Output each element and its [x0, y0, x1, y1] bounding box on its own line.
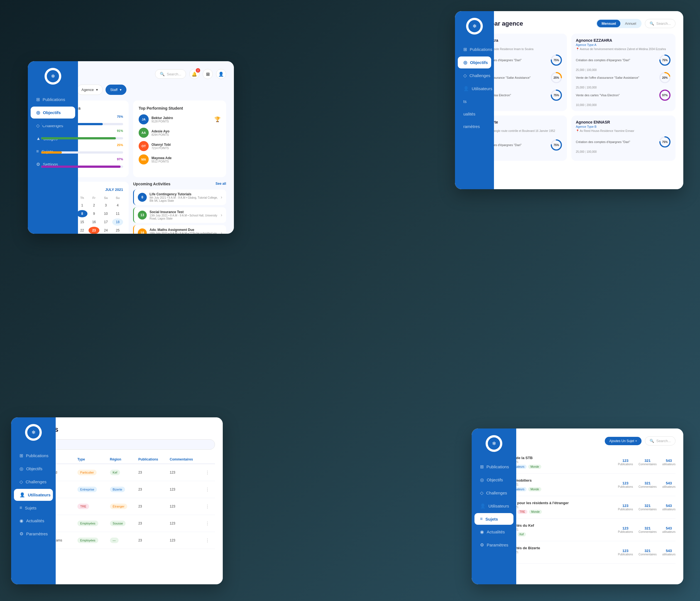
sidebar-item-settings[interactable]: ⚙ Settings	[31, 158, 75, 170]
sidebar-item-ualites[interactable]: ualités	[458, 108, 491, 120]
agence-type: Agence Type B	[576, 125, 671, 128]
cal-day[interactable]: 10	[101, 210, 111, 217]
sidebar-item-utilisateurs[interactable]: 👤 Utilisateurs	[14, 489, 53, 501]
sidebar-item-objectifs[interactable]: ◎ Objectifs	[31, 107, 75, 119]
tab-mensuel[interactable]: Mensuel	[597, 20, 620, 27]
label: Actualités	[26, 518, 44, 523]
cal-day[interactable]: 8	[77, 210, 88, 217]
cal-day[interactable]: 25	[112, 227, 123, 234]
user-more-cell[interactable]: ⋮	[202, 532, 215, 549]
sidebar-item-sujets[interactable]: ≡ Sujets	[14, 502, 53, 514]
sidebar-item-challenges[interactable]: ◇ Challenges	[458, 70, 491, 81]
sidebar-item-parametres[interactable]: ⚙ Paramètres	[14, 528, 53, 540]
sidebar-item-publications[interactable]: ⊞ Publications	[458, 44, 491, 55]
sidebar-item-challenges[interactable]: ◇ Challenges	[474, 487, 514, 499]
user-publications-cell: 23	[135, 481, 167, 498]
logo: ❄	[45, 68, 61, 85]
more-button[interactable]: ⋮	[205, 521, 210, 526]
cal-day[interactable]: 11	[112, 210, 123, 217]
user-commentaires-cell: 123	[167, 515, 202, 532]
more-button[interactable]: ⋮	[205, 470, 210, 475]
obj-icon: ◎	[463, 60, 467, 65]
sidebar-item-publications[interactable]: ⊞ Publications	[14, 450, 53, 462]
sidebar-item-sujets[interactable]: ≡ Sujets	[474, 513, 514, 525]
sidebar-item-objectifs[interactable]: ◎ Objectifs	[474, 474, 514, 486]
sidebar-item-rametres[interactable]: ramètres	[458, 121, 491, 132]
user-more-cell[interactable]: ⋮	[202, 481, 215, 498]
cal-day[interactable]: 18	[112, 218, 123, 226]
sidebar-item-actualites-s[interactable]: ◉ Actualités	[474, 526, 514, 538]
staff-dropdown[interactable]: Staff ▾	[105, 85, 127, 95]
util-icon: 👤	[480, 503, 485, 508]
user-more-cell[interactable]: ⋮	[202, 464, 215, 481]
see-all-link[interactable]: See all	[216, 182, 226, 186]
col-publications: Publications	[135, 455, 167, 464]
cal-day[interactable]: 2	[89, 202, 99, 209]
search-icon: 🔍	[160, 72, 165, 76]
cal-day[interactable]: 15	[77, 218, 88, 226]
profile-button[interactable]: 👤	[216, 69, 226, 79]
user-type-cell: Particulier	[74, 464, 107, 481]
cal-day[interactable]: 16	[89, 218, 99, 226]
progress-bar-bg	[41, 123, 123, 125]
agency-card: Agnonce ENNASR Agence Type B 📍 Av Reed H…	[571, 115, 675, 161]
search-box[interactable]: 🔍 Search...	[155, 69, 186, 79]
tab-annuel[interactable]: Annuel	[620, 20, 641, 27]
sidebar-item-utilisateurs-s[interactable]: 👤 Utilisateurs	[474, 500, 514, 512]
sujet-tag: Kef	[517, 532, 526, 537]
col-commentaires: Commentaires	[167, 455, 202, 464]
sujets-search[interactable]: 🔍 Search...	[645, 436, 675, 445]
stat-col: 123 Publications	[618, 549, 633, 556]
cal-day[interactable]: 4	[112, 202, 123, 209]
activity-item[interactable]: 18 Adv. Maths Assignment Due 18th July 2…	[133, 225, 226, 234]
more-button[interactable]: ⋮	[205, 487, 210, 492]
grid-button[interactable]: ⊞	[203, 69, 213, 79]
cal-day[interactable]: 9	[89, 210, 99, 217]
cal-day[interactable]: 23	[89, 227, 99, 234]
activity-item[interactable]: 8 Life Contingency Tutorials 8th July 20…	[133, 189, 226, 205]
sidebar-item-utilisateurs[interactable]: 👤 Utilisateurs	[458, 83, 491, 95]
label: Actualités	[487, 529, 505, 534]
cal-day[interactable]: 24	[101, 227, 111, 234]
badges-icon: ▲	[36, 136, 41, 141]
cal-day[interactable]: 17	[101, 218, 111, 226]
agency-card: Agnonce EZZAHRA Agence Type A 📍 Avenue d…	[571, 34, 675, 111]
stat-col: 321 Commentaires	[639, 526, 656, 533]
sidebar-item-objectifs[interactable]: ◎ Objectifs	[458, 56, 491, 69]
user-more-cell[interactable]: ⋮	[202, 515, 215, 532]
agence-nav: ⊞ Publications ◎ Objectifs ◇ Challenges …	[28, 94, 78, 170]
sidebar-item-objectifs[interactable]: ◎ Objectifs	[14, 463, 53, 475]
objectifs-controls: Mensuel Annuel 🔍 Search...	[596, 19, 675, 28]
sidebar-item-parametres-s[interactable]: ⚙ Paramètres	[474, 539, 514, 551]
add-sujet-button[interactable]: Ajoutes Un Sujet +	[605, 437, 642, 445]
activity-info: Social Insurance Test 13th July 2021 • 8…	[150, 210, 218, 220]
pub-icon: ⊞	[463, 47, 467, 52]
agence-dropdown[interactable]: Agence ▾	[77, 85, 103, 95]
col-type: Type	[74, 455, 107, 464]
more-button[interactable]: ⋮	[205, 504, 210, 509]
sidebar-item-publications[interactable]: ⊞ Publications	[31, 94, 75, 105]
cal-day[interactable]: 3	[101, 202, 111, 209]
user-publications-cell: 23	[135, 498, 167, 515]
agence-address: 📍 Av Reed House-Residence Yasmine Ennasr	[576, 129, 671, 132]
user-region-cell: Kef	[107, 464, 135, 481]
progress-bar-fill	[41, 151, 62, 154]
suj-icon: ≡	[20, 505, 22, 510]
sidebar-item-ts[interactable]: ts	[458, 96, 491, 107]
notifications-button[interactable]: 🔔 2	[189, 69, 199, 79]
sidebar-item-actualites[interactable]: ◉ Actualités	[14, 515, 53, 527]
sidebar-item-challenges[interactable]: ◇ Challenges	[31, 120, 75, 132]
cal-day-header: Sa	[101, 195, 111, 201]
activity-number: 8	[138, 193, 147, 202]
objectifs-search[interactable]: 🔍 Search...	[645, 19, 675, 28]
sidebar-item-publications[interactable]: ⊞ Publications	[474, 461, 514, 473]
circle-progress: 75%	[659, 54, 671, 66]
more-button[interactable]: ⋮	[205, 538, 210, 543]
activity-item[interactable]: 13 Social Insurance Test 13th July 2021 …	[133, 207, 226, 223]
objective-row: Création des comptes d'épargnes "Dari" 7…	[576, 54, 671, 66]
cal-day[interactable]: 1	[77, 202, 88, 209]
cal-day[interactable]: 22	[77, 227, 88, 234]
stat-col: 321 Commentaires	[639, 504, 656, 511]
sidebar-item-challenges[interactable]: ◇ Challenges	[14, 476, 53, 488]
user-more-cell[interactable]: ⋮	[202, 498, 215, 515]
